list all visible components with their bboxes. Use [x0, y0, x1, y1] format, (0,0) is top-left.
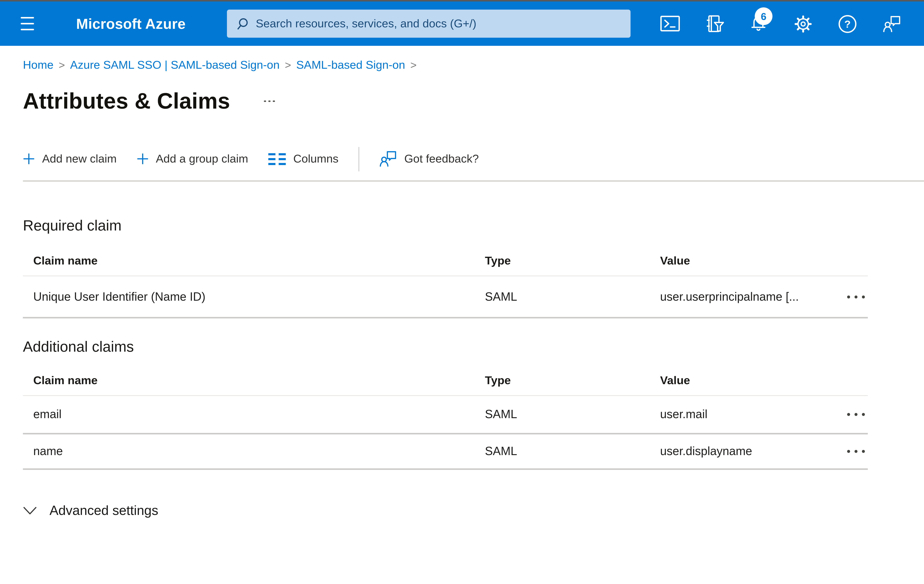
hamburger-icon: [21, 28, 34, 30]
toolbar-divider: [358, 146, 359, 171]
required-claim-heading: Required claim: [23, 217, 924, 234]
gear-icon: [793, 14, 813, 34]
hamburger-menu-button[interactable]: [21, 17, 34, 30]
columns-label: Columns: [293, 152, 338, 166]
ellipsis-icon: [847, 413, 850, 416]
feedback-button[interactable]: [869, 2, 914, 46]
hamburger-icon: [21, 23, 34, 25]
brand-title: Microsoft Azure: [76, 2, 186, 46]
directory-filter-button[interactable]: [692, 2, 736, 46]
page-header: Attributes & Claims: [23, 85, 924, 117]
ellipsis-icon: [862, 413, 865, 416]
search-icon: [236, 17, 249, 30]
page-title: Attributes & Claims: [23, 89, 230, 114]
column-header-claim-name: Claim name: [33, 254, 485, 267]
table-header-row: Claim name Type Value: [23, 246, 868, 276]
type-cell: SAML: [485, 445, 660, 458]
table-row: name SAML user.displayname: [23, 434, 868, 470]
cloud-shell-icon: [660, 15, 680, 32]
feedback-person-icon: [379, 150, 397, 168]
ellipsis-icon: [862, 295, 865, 298]
add-new-claim-button[interactable]: Add new claim: [23, 152, 117, 166]
more-icon: [273, 100, 275, 102]
search-input[interactable]: [256, 10, 630, 38]
ellipsis-icon: [855, 450, 858, 453]
got-feedback-button[interactable]: Got feedback?: [379, 150, 479, 168]
additional-claims-table: Claim name Type Value email SAML user.ma…: [23, 366, 868, 470]
more-icon: [269, 100, 271, 102]
row-actions-button[interactable]: [844, 407, 868, 422]
directory-filter-icon: [704, 14, 724, 34]
got-feedback-label: Got feedback?: [404, 152, 479, 166]
notification-badge: 6: [755, 7, 772, 25]
additional-claims-heading: Additional claims: [23, 338, 924, 355]
breadcrumb-separator-icon: >: [59, 59, 65, 71]
claim-name-cell: name: [33, 445, 485, 458]
plus-icon: [23, 153, 35, 165]
ellipsis-icon: [855, 295, 858, 298]
settings-button[interactable]: [780, 2, 825, 46]
value-cell: user.displayname: [660, 445, 835, 458]
breadcrumb-link-app-sso[interactable]: Azure SAML SSO | SAML-based Sign-on: [70, 58, 280, 72]
claim-name-cell: Unique User Identifier (Name ID): [33, 290, 485, 303]
type-cell: SAML: [485, 290, 660, 303]
column-header-type: Type: [485, 374, 660, 387]
cloud-shell-button[interactable]: [648, 2, 692, 46]
column-header-claim-name: Claim name: [33, 374, 485, 387]
table-row: Unique User Identifier (Name ID) SAML us…: [23, 276, 868, 318]
columns-icon: [268, 153, 286, 165]
row-actions-button[interactable]: [844, 289, 868, 304]
more-icon: [264, 100, 266, 102]
type-cell: SAML: [485, 408, 660, 421]
column-header-value: Value: [660, 254, 835, 267]
row-actions-button[interactable]: [844, 444, 868, 459]
advanced-settings-toggle[interactable]: Advanced settings: [23, 497, 924, 525]
claim-name-cell: email: [33, 408, 485, 421]
ellipsis-icon: [847, 450, 850, 453]
advanced-settings-label: Advanced settings: [50, 503, 158, 518]
window-top-edge: [0, 0, 924, 2]
table-row: email SAML user.mail: [23, 396, 868, 434]
topbar-icon-group: 6: [648, 2, 914, 46]
add-group-claim-button[interactable]: Add a group claim: [137, 152, 248, 166]
plus-icon: [137, 153, 148, 165]
help-icon: ?: [837, 14, 857, 34]
hamburger-icon: [21, 17, 34, 19]
chevron-down-icon: [23, 507, 37, 515]
ellipsis-icon: [855, 413, 858, 416]
value-cell: user.userprincipalname [...: [660, 290, 835, 303]
help-button[interactable]: ?: [825, 2, 869, 46]
feedback-person-icon: [882, 15, 901, 33]
add-group-claim-label: Add a group claim: [156, 152, 248, 166]
toolbar-separator-line: [23, 180, 924, 182]
add-new-claim-label: Add new claim: [42, 152, 117, 166]
column-header-type: Type: [485, 254, 660, 267]
breadcrumb-separator-icon: >: [285, 59, 291, 71]
global-search-box: [227, 10, 630, 38]
columns-button[interactable]: Columns: [268, 152, 338, 166]
azure-top-bar: Microsoft Azure: [0, 2, 924, 46]
ellipsis-icon: [847, 295, 850, 298]
notifications-button[interactable]: 6: [736, 2, 780, 46]
more-commands-button[interactable]: [261, 97, 278, 105]
svg-text:?: ?: [844, 18, 850, 30]
table-header-row: Claim name Type Value: [23, 366, 868, 396]
azure-portal-page: Microsoft Azure: [0, 0, 924, 584]
ellipsis-icon: [862, 450, 865, 453]
breadcrumb-link-saml-signon[interactable]: SAML-based Sign-on: [296, 58, 405, 72]
command-bar: Add new claim Add a group claim Columns: [23, 145, 924, 173]
breadcrumb-link-home[interactable]: Home: [23, 58, 53, 72]
column-header-value: Value: [660, 374, 835, 387]
breadcrumb-separator-icon: >: [410, 59, 417, 71]
value-cell: user.mail: [660, 408, 835, 421]
required-claim-table: Claim name Type Value Unique User Identi…: [23, 246, 868, 318]
breadcrumb: Home > Azure SAML SSO | SAML-based Sign-…: [23, 58, 924, 72]
